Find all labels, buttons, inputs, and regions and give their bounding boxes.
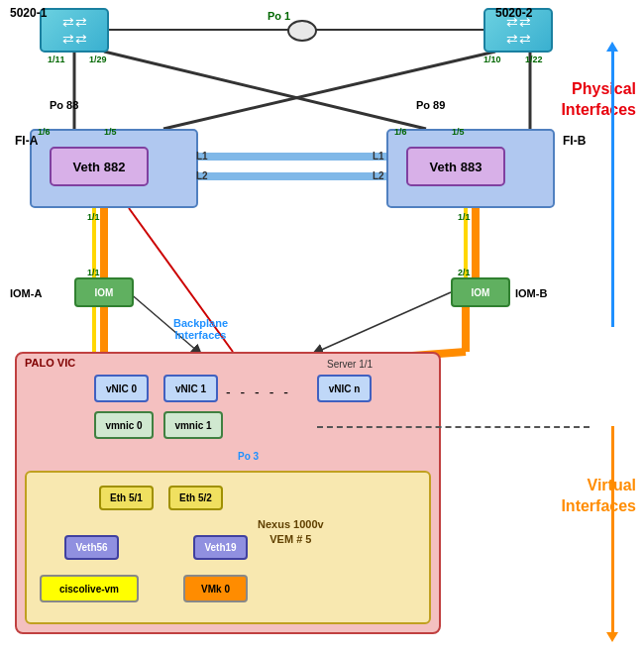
veth-883-label: Veth 883	[430, 160, 483, 174]
po88-label: Po 88	[50, 99, 78, 111]
fi-a-port-1-6: 1/6	[38, 127, 51, 137]
dashed-separator	[317, 426, 590, 428]
veth-883-box: Veth 883	[406, 147, 505, 186]
fi-a-label: FI-A	[15, 134, 38, 148]
fi-b-port-1-6: 1/6	[394, 127, 407, 137]
po1-label: Po 1	[268, 10, 290, 22]
svg-line-5	[163, 52, 495, 129]
switch-5020-1-label: 5020-1	[10, 6, 47, 20]
po1-oval	[287, 20, 317, 42]
iom-a-1-1: 1/1	[87, 268, 100, 277]
veth-882-box: Veth 882	[50, 147, 149, 186]
vnic-1: vNIC 1	[163, 375, 218, 402]
physical-arrow	[611, 50, 614, 327]
vnic-0: vNIC 0	[94, 375, 149, 402]
port-sw1-1-29: 1/29	[89, 54, 107, 64]
virtual-interfaces-label: VirtualInterfaces	[561, 476, 636, 517]
vnic-n: vNIC n	[317, 375, 372, 402]
fi-b-1-1: 1/1	[458, 212, 471, 222]
port-sw2-1-22: 1/22	[525, 54, 543, 64]
fi-b-l2: L2	[373, 170, 384, 181]
fi-a-1-1: 1/1	[87, 212, 100, 222]
server-label: Server 1/1	[327, 359, 373, 370]
veth-882-label: Veth 882	[73, 160, 126, 174]
palo-vic-label: PALO VIC	[25, 357, 75, 369]
fi-a-l1: L1	[196, 151, 208, 162]
fi-a-port-1-5: 1/5	[104, 127, 117, 137]
switch-5020-2-label: 5020-2	[495, 6, 532, 20]
eth-5-2: Eth 5/2	[168, 486, 223, 510]
iom-a-label: IOM-A	[10, 287, 42, 299]
vmnic-1: vmnic 1	[163, 411, 223, 439]
port-sw2-1-10: 1/10	[483, 54, 501, 64]
diagram-container: ⇄ ⇄ ⇄ ⇄ 5020-1 ⇄ ⇄ ⇄ ⇄ 5020-2 Po 1 1/11 …	[0, 0, 644, 653]
switch-5020-1: ⇄ ⇄ ⇄ ⇄	[40, 8, 109, 53]
iom-b-label: IOM-B	[515, 287, 547, 299]
fi-b-port-1-5: 1/5	[452, 127, 465, 137]
svg-line-19	[317, 292, 451, 352]
po89-label: Po 89	[416, 99, 445, 111]
vmnic-0: vmnic 0	[94, 411, 154, 439]
svg-line-4	[104, 52, 426, 129]
nexus-label: Nexus 1000v VEM # 5	[258, 517, 324, 548]
eth-5-1: Eth 5/1	[99, 486, 154, 510]
virtual-arrow	[611, 426, 614, 634]
port-sw1-1-11: 1/11	[48, 54, 65, 64]
fi-a-l2: L2	[196, 170, 208, 181]
iom-b-box: IOM	[451, 277, 510, 307]
veth56: Veth56	[64, 535, 119, 560]
fi-b-label: FI-B	[563, 134, 586, 148]
physical-interfaces-label: PhysicalInterfaces	[561, 79, 636, 121]
ciscolive-vm: ciscolive-vm	[40, 575, 139, 602]
veth19: Veth19	[193, 535, 248, 560]
vmk0: VMk 0	[183, 575, 248, 602]
iom-a-box: IOM	[74, 277, 134, 307]
iom-b-2-1: 2/1	[458, 268, 471, 277]
backplane-label: Backplane Interfaces	[173, 317, 228, 341]
vnic-dots: - - - - -	[226, 384, 291, 400]
po3-label: Po 3	[238, 451, 259, 462]
fi-b-l1: L1	[373, 151, 384, 162]
